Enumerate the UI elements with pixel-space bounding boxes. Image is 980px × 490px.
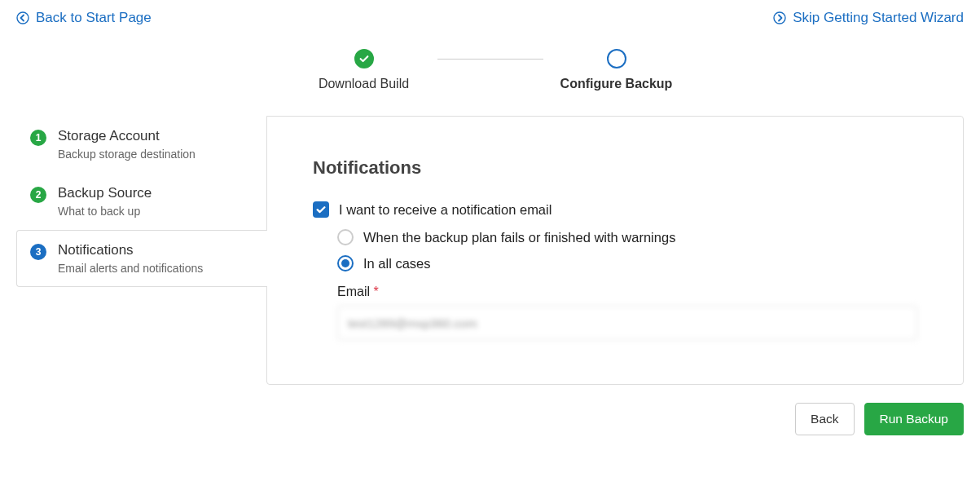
radio-on-fail-label: When the backup plan fails or finished w… bbox=[363, 230, 675, 245]
sidebar-item-storage[interactable]: 1 Storage Account Backup storage destina… bbox=[16, 116, 267, 173]
sidebar-item-title: Backup Source bbox=[58, 185, 152, 201]
stepper-step-download[interactable]: Download Build bbox=[291, 49, 437, 91]
receive-email-checkbox[interactable] bbox=[313, 201, 329, 218]
wizard-stepper: Download Build Configure Backup bbox=[16, 49, 964, 91]
receive-email-label: I want to receive a notification email bbox=[339, 202, 552, 218]
check-icon bbox=[315, 204, 327, 215]
skip-wizard-link[interactable]: Skip Getting Started Wizard bbox=[773, 10, 964, 26]
svg-point-0 bbox=[17, 12, 29, 24]
back-button[interactable]: Back bbox=[795, 403, 854, 435]
sidebar-item-notifications[interactable]: 3 Notifications Email alerts and notific… bbox=[16, 230, 267, 287]
email-field[interactable] bbox=[337, 306, 917, 340]
radio-inner-dot bbox=[341, 259, 349, 267]
required-indicator: * bbox=[373, 285, 378, 298]
main-panel: Notifications I want to receive a notifi… bbox=[266, 116, 964, 385]
panel-title: Notifications bbox=[313, 157, 917, 179]
back-to-start-label: Back to Start Page bbox=[36, 10, 152, 26]
arrow-circle-left-icon bbox=[16, 11, 29, 24]
sidebar-step-number: 2 bbox=[30, 187, 46, 203]
sidebar-item-title: Storage Account bbox=[58, 128, 196, 144]
sidebar-item-subtitle: Email alerts and notifications bbox=[58, 262, 203, 275]
radio-all-cases-label: In all cases bbox=[363, 256, 431, 271]
step-circle-done bbox=[354, 49, 374, 68]
step-circle-current bbox=[607, 49, 626, 68]
step-label: Download Build bbox=[319, 77, 409, 91]
check-icon bbox=[358, 53, 370, 64]
email-field-label: Email * bbox=[337, 285, 917, 299]
step-connector bbox=[437, 59, 543, 60]
radio-on-fail[interactable] bbox=[337, 229, 354, 245]
arrow-circle-right-icon bbox=[773, 11, 786, 24]
radio-all-cases[interactable] bbox=[337, 255, 354, 271]
sidebar-item-subtitle: What to back up bbox=[58, 205, 152, 218]
run-backup-button[interactable]: Run Backup bbox=[864, 403, 964, 435]
stepper-step-configure[interactable]: Configure Backup bbox=[543, 49, 690, 91]
sidebar: 1 Storage Account Backup storage destina… bbox=[16, 116, 267, 287]
step-label: Configure Backup bbox=[560, 77, 673, 91]
sidebar-item-source[interactable]: 2 Backup Source What to back up bbox=[16, 173, 267, 230]
sidebar-item-title: Notifications bbox=[58, 242, 203, 258]
back-to-start-link[interactable]: Back to Start Page bbox=[16, 10, 152, 26]
skip-wizard-label: Skip Getting Started Wizard bbox=[793, 10, 964, 26]
svg-point-1 bbox=[774, 12, 785, 24]
sidebar-step-number: 1 bbox=[30, 130, 46, 146]
sidebar-item-subtitle: Backup storage destination bbox=[58, 148, 196, 161]
sidebar-step-number: 3 bbox=[30, 244, 46, 260]
